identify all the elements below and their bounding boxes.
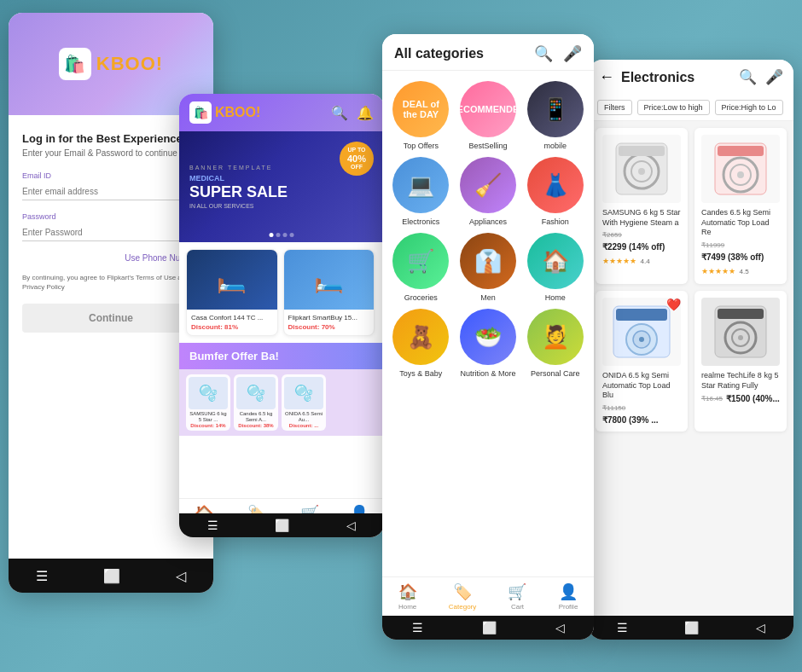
cat-icon-3: 💻 [392,157,449,213]
cat-item-7[interactable]: 👔 Men [458,233,519,302]
filter-btn-1[interactable]: Price:Low to high [637,100,710,115]
home-icon[interactable]: ⬜ [103,568,120,584]
elec-price-strike-1: ₹11999 [701,241,724,249]
elec-product-img-3 [701,298,780,366]
elec-menu-icon[interactable]: ☰ [617,621,628,634]
cat-menu-icon[interactable]: ☰ [412,621,423,634]
back-icon[interactable]: ◁ [176,568,186,584]
cat-icon-6: 🛒 [392,233,449,289]
cat-item-10[interactable]: 🥗 Nutrition & More [458,309,519,378]
cat-nav-profile[interactable]: 👤 Profile [559,582,578,611]
cat-label-11: Personal Care [531,369,580,378]
search-icon[interactable]: 🔍 [331,105,348,121]
svg-rect-6 [718,146,764,156]
home-back-icon[interactable]: ◁ [346,518,356,532]
elec-product-2[interactable]: ❤️ ONIDA 6.5 kg Semi Automatic Top Load … [596,291,688,432]
cat-circle-icon[interactable]: ⬜ [482,621,497,634]
cat-icon-5: 👗 [527,157,584,213]
filter-btn-0[interactable]: Filters [597,100,632,115]
elec-rating-0: 4.4 [640,258,649,265]
cat-profile-nav-icon: 👤 [559,582,578,601]
logo-text: KBOO! [96,53,163,75]
use-phone-link[interactable]: Use Phone Number [22,253,200,263]
cat-nav-cart[interactable]: 🛒 Cart [508,582,526,611]
password-input[interactable] [22,224,200,241]
offer-prod-name-1: SAMSUNG 6 kg 5 Star ... [189,411,228,423]
elec-heart-2[interactable]: ❤️ [666,298,681,311]
cat-item-5[interactable]: 👗 Fashion [525,157,585,226]
login-logo: 🛍️ KBOO! [59,48,163,80]
elec-price-strike-2: ₹11150 [602,404,625,412]
home-header-icons: 🔍 🔔 [331,105,374,121]
login-subtitle: Enter your Email & Password to continue [22,148,200,158]
svg-rect-16 [718,309,764,319]
svg-point-19 [738,335,743,340]
home-circle-icon[interactable]: ⬜ [275,518,289,532]
offer-prod-img-3: 🫧 [284,377,323,409]
cat-item-9[interactable]: 🧸 Toys & Baby [391,309,451,378]
home-android-bar: ☰ ⬜ ◁ [179,513,384,537]
cat-nav-home[interactable]: 🏠 Home [398,582,417,611]
menu-icon[interactable]: ☰ [36,568,48,584]
cat-circle-10: 🥗 [460,309,516,365]
home-logo-text: KBOO! [215,105,260,120]
person-icon[interactable]: 🔔 [357,105,374,121]
cat-item-8[interactable]: 🏠 Home [525,233,585,302]
cat-item-11[interactable]: 💆 Personal Care [525,309,585,378]
cat-item-0[interactable]: DEAL of the DAY Top Offers [391,81,451,150]
cat-back-icon[interactable]: ◁ [555,621,565,634]
home-screen: 🛍️ KBOO! 🔍 🔔 BANNER TEMPLATE MEDICAL SUP… [179,94,384,537]
elec-price-main-2: ₹7800 (39% ... [602,415,658,425]
cat-item-4[interactable]: 🧹 Appliances [458,157,519,226]
cat-nav-category[interactable]: 🏷️ Category [449,582,476,611]
elec-product-0[interactable]: SAMSUNG 6 kg 5 Star With Hygiene Steam a… [596,128,688,284]
cat-label-8: Home [545,293,566,302]
svg-rect-11 [616,309,667,321]
elec-back-icon[interactable]: ← [599,68,614,86]
elec-circle-icon[interactable]: ⬜ [684,621,699,634]
cat-search-icon[interactable]: 🔍 [534,44,553,63]
continue-button[interactable]: Continue [22,304,200,333]
cat-item-1[interactable]: RECOMMENDED BestSelling [458,81,519,150]
product-card-2[interactable]: 🛏️ Flipkart SmartBuy 15... Discount: 70% [283,249,375,336]
product-card-1[interactable]: 🛏️ Casa Confort 144 TC ... Discount: 81% [186,249,278,336]
offer-prod-name-2: Candes 6.5 kg Semi A... [236,411,276,423]
elec-back-android-icon[interactable]: ◁ [756,621,765,634]
logo-icon: 🛍️ [59,48,91,80]
cat-label-7: Men [480,293,496,302]
elec-product-name-3: realme TechLife 8 kg 5 Star Rating Fully [701,371,780,391]
elec-price-strike-0: ₹2659 [602,231,622,239]
elec-voice-icon[interactable]: 🎤 [765,68,783,86]
cat-nav-category-label: Category [449,603,476,611]
elec-product-3[interactable]: realme TechLife 8 kg 5 Star Rating Fully… [694,291,787,432]
cat-circle-2: 📱 [527,81,584,137]
elec-product-img-0 [602,135,681,203]
cat-item-2[interactable]: 📱 mobile [525,81,585,150]
categories-header: All categories 🔍 🎤 [382,34,594,71]
cat-item-6[interactable]: 🛒 Groceries [391,233,451,302]
cat-icon-4: 🧹 [460,157,516,213]
cat-icon-8: 🏠 [527,233,584,289]
elec-search-icon[interactable]: 🔍 [739,68,757,86]
cat-voice-icon[interactable]: 🎤 [563,44,582,63]
elec-rating-row-1: ★★★★★ 4.5 [701,262,780,277]
elec-product-1[interactable]: Candes 6.5 kg Semi Automatic Top Load Re… [694,128,787,284]
cat-item-3[interactable]: 💻 Electronics [391,157,451,226]
offer-product-2[interactable]: 🫧 Candes 6.5 kg Semi A... Discount: 38% [234,374,278,431]
home-logo: 🛍️ KBOO! [189,101,260,124]
home-menu-icon[interactable]: ☰ [207,518,218,532]
offer-product-3[interactable]: 🫧 ONIDA 6.5 Semi Au... Discount: ... [282,374,326,431]
elec-product-name-0: SAMSUNG 6 kg 5 Star With Hygiene Steam a [602,208,681,228]
product-name-2: Flipkart SmartBuy 15... [288,314,370,322]
cat-circle-9: 🧸 [392,309,449,365]
offer-product-1[interactable]: 🫧 SAMSUNG 6 kg 5 Star ... Discount: 14% [186,374,230,431]
cat-label-6: Groceries [404,293,438,302]
elec-price-row-2: ₹11150 ₹7800 (39% ... [602,404,681,425]
cat-circle-6: 🛒 [392,233,449,289]
password-label: Password [22,212,200,221]
cat-label-0: Top Offers [404,142,439,150]
filter-btn-2[interactable]: Price:High to Lo [715,100,783,115]
email-input[interactable] [22,183,200,200]
elec-products-grid: SAMSUNG 6 kg 5 Star With Hygiene Steam a… [589,121,793,438]
cat-header-icons: 🔍 🎤 [534,44,582,63]
